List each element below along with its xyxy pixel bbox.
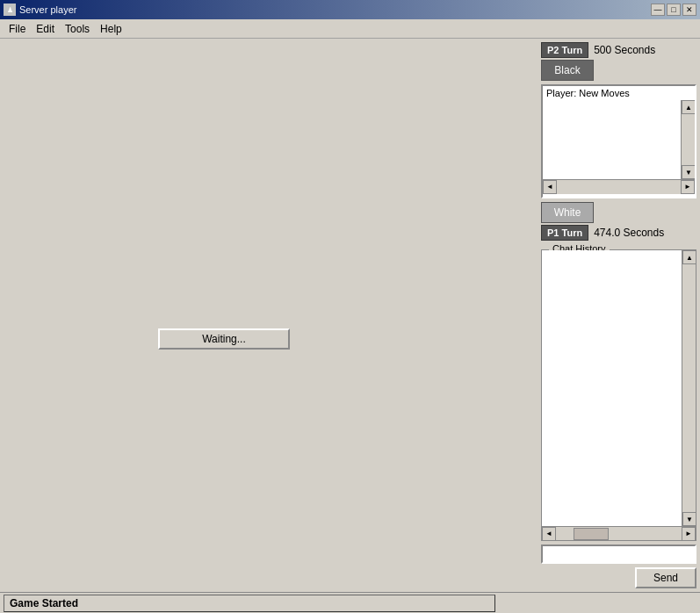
chat-scroll-thumb[interactable]: [574, 528, 609, 540]
moves-content: ▲ ▼: [543, 100, 695, 179]
chat-body: ▲ ▼ ◄ ►: [542, 250, 696, 540]
scroll-left-arrow[interactable]: ◄: [543, 180, 557, 194]
title-bar: ♟ Server player — □ ✕: [0, 0, 700, 19]
scroll-right-arrow[interactable]: ►: [681, 180, 695, 194]
menu-help[interactable]: Help: [95, 21, 127, 37]
scroll-up-arrow[interactable]: ▲: [682, 100, 695, 114]
chat-input[interactable]: [541, 544, 696, 564]
chat-scroll-up[interactable]: ▲: [682, 250, 696, 264]
chat-scroll-down[interactable]: ▼: [682, 512, 696, 526]
window-title: Server player: [19, 4, 76, 15]
title-bar-left: ♟ Server player: [4, 4, 76, 16]
game-area: Waiting...: [0, 39, 538, 592]
minimize-button[interactable]: —: [651, 4, 665, 16]
scroll-down-arrow[interactable]: ▼: [682, 165, 695, 179]
p2-color-label: Black: [541, 60, 594, 81]
player2-section: P2 Turn 500 Seconds Black: [541, 42, 696, 81]
p2-timer: 500 Seconds: [594, 44, 655, 56]
chat-htrack: [556, 527, 682, 541]
p1-color-label: White: [541, 202, 594, 223]
player1-header: P1 Turn 474.0 Seconds: [541, 225, 696, 241]
p1-timer: 474.0 Seconds: [594, 227, 664, 239]
chat-scroll-right[interactable]: ►: [682, 527, 696, 541]
moves-hscroll[interactable]: ◄ ►: [543, 179, 695, 193]
status-bar: Game Started: [0, 592, 700, 613]
menu-file[interactable]: File: [4, 21, 31, 37]
menu-edit[interactable]: Edit: [31, 21, 60, 37]
moves-box: Player: New Moves ▲ ▼ ◄ ►: [541, 84, 696, 198]
chat-scroll-left[interactable]: ◄: [542, 527, 556, 541]
scroll-h-track: [557, 180, 681, 194]
chat-fieldset: Chat History ▲ ▼ ◄ ►: [541, 249, 696, 541]
menu-tools[interactable]: Tools: [60, 21, 95, 37]
chat-section: Chat History ▲ ▼ ◄ ►: [541, 249, 696, 588]
player1-section: White P1 Turn 474.0 Seconds: [541, 202, 696, 241]
waiting-button[interactable]: Waiting...: [158, 328, 290, 350]
send-button[interactable]: Send: [635, 567, 696, 588]
moves-label: Player: New Moves: [543, 86, 695, 100]
close-button[interactable]: ✕: [682, 4, 696, 16]
window-controls: — □ ✕: [651, 4, 696, 16]
right-panel: P2 Turn 500 Seconds Black Player: New Mo…: [538, 39, 700, 592]
p1-turn-badge: P1 Turn: [541, 225, 588, 241]
main-content: Waiting... P2 Turn 500 Seconds Black Pla…: [0, 39, 700, 592]
menu-bar: File Edit Tools Help: [0, 19, 700, 39]
p2-turn-badge: P2 Turn: [541, 42, 588, 58]
chat-hscroll[interactable]: ◄ ►: [542, 526, 696, 540]
moves-vscroll[interactable]: ▲ ▼: [681, 100, 695, 179]
status-text: Game Started: [4, 595, 495, 612]
chat-vscroll[interactable]: ▲ ▼: [682, 250, 696, 526]
send-button-container: Send: [541, 566, 696, 588]
maximize-button[interactable]: □: [667, 4, 681, 16]
app-icon: ♟: [4, 4, 16, 16]
player2-header: P2 Turn 500 Seconds: [541, 42, 696, 58]
